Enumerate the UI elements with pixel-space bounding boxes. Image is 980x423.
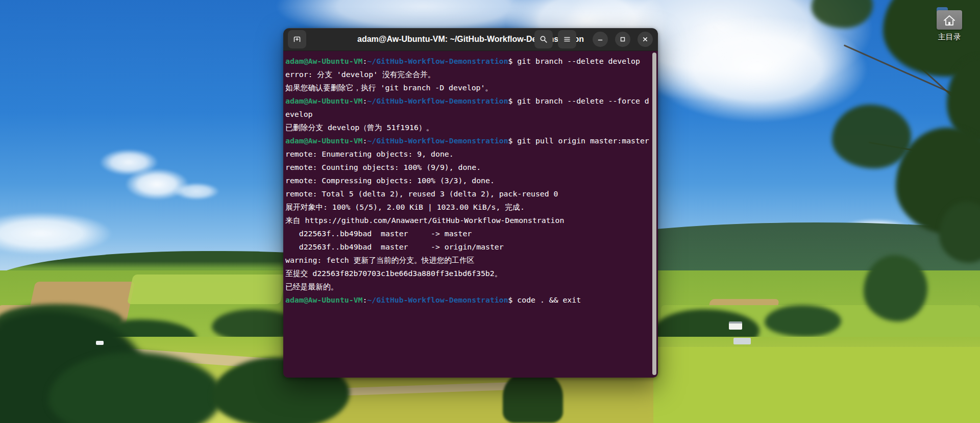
- tall-grass: [653, 347, 980, 423]
- search-icon: [540, 35, 548, 43]
- tree-foliage: [832, 105, 911, 168]
- terminal-line: adam@Aw-Ubuntu-VM:~/GitHub-Workflow-Demo…: [285, 293, 651, 307]
- terminal-content[interactable]: adam@Aw-Ubuntu-VM:~/GitHub-Workflow-Demo…: [283, 51, 658, 378]
- terminal-output: adam@Aw-Ubuntu-VM:~/GitHub-Workflow-Demo…: [283, 51, 658, 307]
- farm-building: [729, 321, 742, 330]
- close-icon: [642, 36, 649, 43]
- hamburger-menu-icon: [563, 35, 571, 43]
- close-button[interactable]: [638, 32, 653, 47]
- search-button[interactable]: [534, 30, 553, 48]
- terminal-line: 如果您确认要删除它，执行 'git branch -D develop'。: [285, 81, 651, 94]
- maximize-button[interactable]: [615, 32, 630, 47]
- new-tab-button[interactable]: [288, 30, 306, 48]
- terminal-line: d22563f..bb49bad master -> master: [285, 227, 651, 240]
- tab-new-icon: [293, 35, 301, 43]
- terminal-line: warning: fetch 更新了当前的分支。快进您的工作区: [285, 254, 651, 267]
- terminal-line: remote: Enumerating objects: 9, done.: [285, 147, 651, 161]
- farm-building: [733, 338, 751, 344]
- home-folder-icon: [937, 7, 962, 30]
- terminal-line: adam@Aw-Ubuntu-VM:~/GitHub-Workflow-Demo…: [285, 94, 651, 108]
- terminal-line: 来自 https://github.com/Anawaert/GitHub-Wo…: [285, 214, 651, 227]
- terminal-line: remote: Total 5 (delta 2), reused 3 (del…: [285, 187, 651, 201]
- cloud: [648, 15, 868, 122]
- tree: [864, 255, 927, 321]
- menu-button[interactable]: [558, 30, 576, 48]
- car: [96, 341, 104, 345]
- terminal-line: adam@Aw-Ubuntu-VM:~/GitHub-Workflow-Demo…: [285, 55, 651, 68]
- desktop-icon-home[interactable]: 主目录: [928, 7, 971, 42]
- terminal-line: 已经是最新的。: [285, 280, 651, 293]
- terminal-line: 至提交 d22563f82b70703c1be66d3a880ff3e1bd6f…: [285, 267, 651, 280]
- terminal-scrollbar[interactable]: [652, 53, 656, 375]
- terminal-line: error: 分支 'develop' 没有完全合并。: [285, 68, 651, 81]
- field-patch: [127, 275, 286, 304]
- terminal-line: remote: Compressing objects: 100% (3/3),…: [285, 174, 651, 187]
- minimize-icon: [597, 36, 604, 43]
- desktop: 主目录 adam@Aw-Ubuntu-VM: ~/GitHub-Workflow…: [0, 0, 980, 423]
- maximize-icon: [619, 36, 626, 43]
- terminal-line: 已删除分支 develop（曾为 51f1916）。: [285, 121, 651, 134]
- desktop-icon-label: 主目录: [938, 32, 961, 42]
- minimize-button[interactable]: [593, 32, 608, 47]
- tree-row: [765, 305, 841, 337]
- terminal-window: adam@Aw-Ubuntu-VM: ~/GitHub-Workflow-Dem…: [283, 28, 658, 378]
- terminal-line: 展开对象中: 100% (5/5), 2.00 KiB | 1023.00 Ki…: [285, 201, 651, 214]
- home-icon: [943, 14, 956, 27]
- cloud: [174, 183, 219, 200]
- terminal-line: d22563f..bb49bad master -> origin/master: [285, 240, 651, 254]
- terminal-line: remote: Counting objects: 100% (9/9), do…: [285, 161, 651, 174]
- terminal-line: evelop: [285, 108, 651, 121]
- terminal-line: adam@Aw-Ubuntu-VM:~/GitHub-Workflow-Demo…: [285, 134, 651, 147]
- window-titlebar[interactable]: adam@Aw-Ubuntu-VM: ~/GitHub-Workflow-Dem…: [283, 28, 658, 51]
